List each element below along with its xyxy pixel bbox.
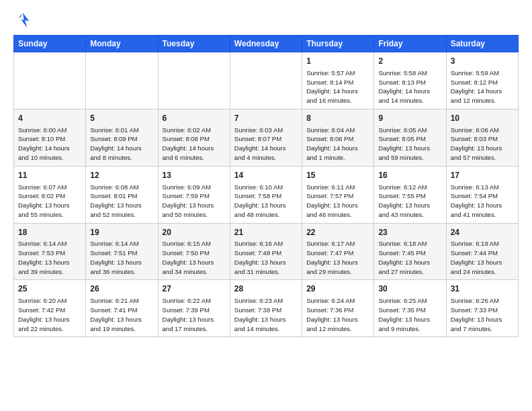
day-number: 15	[306, 170, 369, 181]
day-content: Sunrise: 6:06 AM Sunset: 8:03 PM Dayligh…	[451, 126, 514, 163]
day-header-sunday: Sunday	[14, 36, 86, 52]
day-number: 5	[90, 113, 153, 124]
day-content: Sunrise: 6:15 AM Sunset: 7:50 PM Dayligh…	[163, 239, 226, 276]
calendar-body: 1Sunrise: 5:57 AM Sunset: 8:14 PM Daylig…	[14, 52, 519, 337]
day-number: 24	[451, 227, 514, 238]
day-content: Sunrise: 6:22 AM Sunset: 7:39 PM Dayligh…	[163, 296, 226, 333]
day-number: 8	[306, 113, 369, 124]
calendar-week-2: 4Sunrise: 6:00 AM Sunset: 8:10 PM Daylig…	[14, 109, 519, 166]
calendar-cell: 8Sunrise: 6:04 AM Sunset: 8:06 PM Daylig…	[302, 109, 374, 166]
calendar-cell: 20Sunrise: 6:15 AM Sunset: 7:50 PM Dayli…	[158, 223, 230, 280]
day-number: 9	[378, 113, 441, 124]
calendar-cell: 22Sunrise: 6:17 AM Sunset: 7:47 PM Dayli…	[302, 223, 374, 280]
day-content: Sunrise: 5:57 AM Sunset: 8:14 PM Dayligh…	[306, 68, 369, 105]
day-content: Sunrise: 6:26 AM Sunset: 7:33 PM Dayligh…	[451, 296, 514, 333]
calendar-cell: 19Sunrise: 6:14 AM Sunset: 7:51 PM Dayli…	[86, 223, 158, 280]
day-content: Sunrise: 6:10 AM Sunset: 7:58 PM Dayligh…	[234, 183, 298, 220]
day-content: Sunrise: 6:00 AM Sunset: 8:10 PM Dayligh…	[18, 126, 81, 163]
calendar-cell: 28Sunrise: 6:23 AM Sunset: 7:38 PM Dayli…	[230, 280, 302, 337]
day-number: 27	[163, 283, 226, 295]
day-content: Sunrise: 6:13 AM Sunset: 7:54 PM Dayligh…	[451, 183, 514, 220]
calendar-cell	[158, 52, 230, 109]
calendar-cell	[230, 52, 302, 109]
day-number: 6	[163, 113, 226, 124]
day-content: Sunrise: 6:08 AM Sunset: 8:01 PM Dayligh…	[90, 183, 153, 220]
day-number: 7	[234, 113, 298, 124]
day-number: 22	[306, 227, 369, 238]
calendar-cell: 18Sunrise: 6:14 AM Sunset: 7:53 PM Dayli…	[14, 223, 86, 280]
header	[13, 11, 519, 30]
logo-bird-icon	[13, 11, 32, 30]
calendar-cell: 27Sunrise: 6:22 AM Sunset: 7:39 PM Dayli…	[158, 280, 230, 337]
day-content: Sunrise: 6:25 AM Sunset: 7:35 PM Dayligh…	[378, 296, 441, 333]
day-content: Sunrise: 6:04 AM Sunset: 8:06 PM Dayligh…	[306, 126, 369, 163]
calendar-cell: 1Sunrise: 5:57 AM Sunset: 8:14 PM Daylig…	[302, 52, 374, 109]
calendar-cell: 31Sunrise: 6:26 AM Sunset: 7:33 PM Dayli…	[446, 280, 518, 337]
day-header-monday: Monday	[86, 36, 158, 52]
calendar-cell: 5Sunrise: 6:01 AM Sunset: 8:09 PM Daylig…	[86, 109, 158, 166]
header-row: SundayMondayTuesdayWednesdayThursdayFrid…	[14, 36, 519, 52]
day-number: 25	[18, 283, 81, 295]
day-number: 10	[451, 113, 514, 124]
day-content: Sunrise: 5:58 AM Sunset: 8:13 PM Dayligh…	[378, 68, 441, 105]
calendar-cell	[86, 52, 158, 109]
day-content: Sunrise: 6:17 AM Sunset: 7:47 PM Dayligh…	[306, 239, 369, 276]
svg-marker-1	[19, 13, 23, 18]
calendar-table: SundayMondayTuesdayWednesdayThursdayFrid…	[13, 35, 519, 337]
day-number: 30	[378, 283, 441, 295]
day-number: 29	[306, 283, 369, 295]
calendar-cell: 25Sunrise: 6:20 AM Sunset: 7:42 PM Dayli…	[14, 280, 86, 337]
day-content: Sunrise: 6:24 AM Sunset: 7:36 PM Dayligh…	[306, 296, 369, 333]
calendar-cell: 12Sunrise: 6:08 AM Sunset: 8:01 PM Dayli…	[86, 166, 158, 223]
day-number: 12	[90, 170, 153, 181]
day-number: 13	[163, 170, 226, 181]
day-number: 20	[163, 227, 226, 238]
day-content: Sunrise: 6:20 AM Sunset: 7:42 PM Dayligh…	[18, 296, 81, 333]
day-content: Sunrise: 6:01 AM Sunset: 8:09 PM Dayligh…	[90, 126, 153, 163]
day-content: Sunrise: 6:11 AM Sunset: 7:57 PM Dayligh…	[306, 183, 369, 220]
day-content: Sunrise: 6:14 AM Sunset: 7:51 PM Dayligh…	[90, 239, 153, 276]
calendar-cell: 16Sunrise: 6:12 AM Sunset: 7:55 PM Dayli…	[374, 166, 446, 223]
day-content: Sunrise: 6:12 AM Sunset: 7:55 PM Dayligh…	[378, 183, 441, 220]
calendar-cell: 6Sunrise: 6:02 AM Sunset: 8:08 PM Daylig…	[158, 109, 230, 166]
day-header-thursday: Thursday	[302, 36, 374, 52]
day-number: 14	[234, 170, 298, 181]
calendar-cell: 10Sunrise: 6:06 AM Sunset: 8:03 PM Dayli…	[446, 109, 518, 166]
day-number: 2	[378, 56, 441, 67]
calendar-cell: 17Sunrise: 6:13 AM Sunset: 7:54 PM Dayli…	[446, 166, 518, 223]
calendar-week-3: 11Sunrise: 6:07 AM Sunset: 8:02 PM Dayli…	[14, 166, 519, 223]
day-number: 23	[378, 227, 441, 238]
calendar-cell: 24Sunrise: 6:19 AM Sunset: 7:44 PM Dayli…	[446, 223, 518, 280]
day-header-tuesday: Tuesday	[158, 36, 230, 52]
day-content: Sunrise: 6:19 AM Sunset: 7:44 PM Dayligh…	[451, 239, 514, 276]
day-content: Sunrise: 6:21 AM Sunset: 7:41 PM Dayligh…	[90, 296, 153, 333]
svg-marker-0	[21, 13, 29, 28]
calendar-cell: 26Sunrise: 6:21 AM Sunset: 7:41 PM Dayli…	[86, 280, 158, 337]
day-content: Sunrise: 6:23 AM Sunset: 7:38 PM Dayligh…	[234, 296, 298, 333]
day-header-wednesday: Wednesday	[230, 36, 302, 52]
logo	[13, 11, 35, 30]
day-content: Sunrise: 6:16 AM Sunset: 7:48 PM Dayligh…	[234, 239, 298, 276]
day-content: Sunrise: 6:02 AM Sunset: 8:08 PM Dayligh…	[163, 126, 226, 163]
calendar-cell: 7Sunrise: 6:03 AM Sunset: 8:07 PM Daylig…	[230, 109, 302, 166]
day-number: 21	[234, 227, 298, 238]
day-number: 4	[18, 113, 81, 124]
day-content: Sunrise: 6:09 AM Sunset: 7:59 PM Dayligh…	[163, 183, 226, 220]
calendar-cell: 15Sunrise: 6:11 AM Sunset: 7:57 PM Dayli…	[302, 166, 374, 223]
day-content: Sunrise: 6:03 AM Sunset: 8:07 PM Dayligh…	[234, 126, 298, 163]
day-number: 3	[451, 56, 514, 67]
day-header-saturday: Saturday	[446, 36, 518, 52]
calendar-cell: 30Sunrise: 6:25 AM Sunset: 7:35 PM Dayli…	[374, 280, 446, 337]
calendar-cell: 13Sunrise: 6:09 AM Sunset: 7:59 PM Dayli…	[158, 166, 230, 223]
day-content: Sunrise: 6:07 AM Sunset: 8:02 PM Dayligh…	[18, 183, 81, 220]
calendar-cell: 9Sunrise: 6:05 AM Sunset: 8:05 PM Daylig…	[374, 109, 446, 166]
day-content: Sunrise: 6:18 AM Sunset: 7:45 PM Dayligh…	[378, 239, 441, 276]
calendar-cell: 29Sunrise: 6:24 AM Sunset: 7:36 PM Dayli…	[302, 280, 374, 337]
day-number: 17	[451, 170, 514, 181]
day-content: Sunrise: 6:05 AM Sunset: 8:05 PM Dayligh…	[378, 126, 441, 163]
calendar-cell: 21Sunrise: 6:16 AM Sunset: 7:48 PM Dayli…	[230, 223, 302, 280]
calendar-week-5: 25Sunrise: 6:20 AM Sunset: 7:42 PM Dayli…	[14, 280, 519, 337]
calendar-cell: 11Sunrise: 6:07 AM Sunset: 8:02 PM Dayli…	[14, 166, 86, 223]
day-number: 1	[306, 56, 369, 67]
day-header-friday: Friday	[374, 36, 446, 52]
